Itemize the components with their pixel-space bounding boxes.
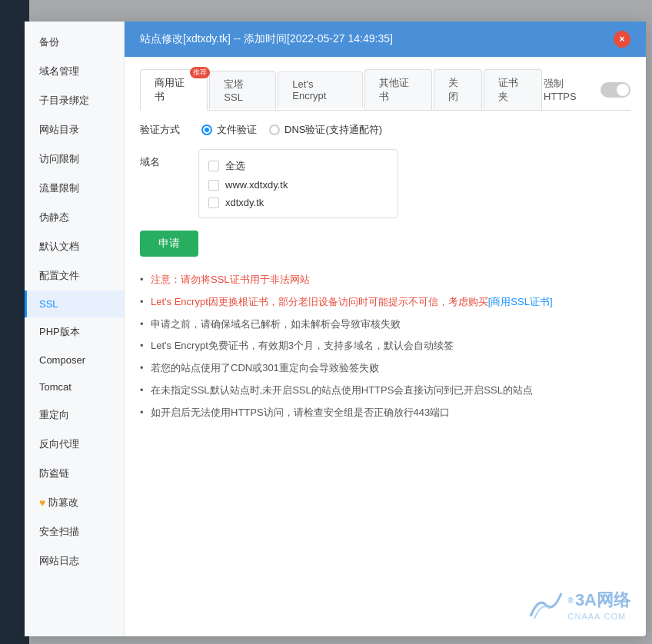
note-3-text: 申请之前，请确保域名已解析，如未解析会导致审核失败 xyxy=(151,318,401,330)
note-7-text: 如开启后无法使用HTTPS访问，请检查安全组是否正确放行443端口 xyxy=(151,407,450,418)
watermark: ® 3A网络 CNAAA.COM xyxy=(527,589,631,621)
note-2-link[interactable]: [商用SSL证书] xyxy=(488,296,553,307)
submit-button[interactable]: 申请 xyxy=(140,231,198,257)
radio-file-label: 文件验证 xyxy=(217,123,257,137)
checkbox-root-label: xdtxdy.tk xyxy=(225,197,264,208)
tab-badge-commercial: 推荐 xyxy=(190,67,210,78)
watermark-registered: ® xyxy=(568,596,574,605)
sidebar: 备份 域名管理 子目录绑定 网站目录 访问限制 流量限制 伪静态 默认文档 配置… xyxy=(25,22,125,636)
sidebar-item-traffic-limit[interactable]: 流量限制 xyxy=(25,174,124,203)
content-area: 商用证书 推荐 宝塔SSL Let's Encrypt 其他证书 关闭 证书夹 xyxy=(125,57,646,636)
tab-letsencrypt[interactable]: Let's Encrypt xyxy=(278,71,362,108)
domain-label: 域名 xyxy=(140,149,186,169)
modal-header: 站点修改[xdtxdy.tk] -- 添加时间[2022-05-27 14:49… xyxy=(125,22,646,57)
main-content: 站点修改[xdtxdy.tk] -- 添加时间[2022-05-27 14:49… xyxy=(125,22,646,636)
note-6: 在未指定SSL默认站点时,未开启SSL的站点使用HTTPS会直接访问到已开启SS… xyxy=(140,383,630,399)
sidebar-item-php-version[interactable]: PHP版本 xyxy=(25,317,124,347)
sidebar-item-website-log[interactable]: 网站日志 xyxy=(25,546,124,576)
force-https-section: 强制HTTPS xyxy=(544,77,630,102)
sidebar-item-redirect[interactable]: 重定向 xyxy=(25,400,124,430)
checkbox-selectall-label: 全选 xyxy=(225,159,245,173)
radio-file-verify[interactable]: 文件验证 xyxy=(201,123,257,137)
sidebar-item-security-scan[interactable]: 安全扫描 xyxy=(25,517,124,546)
sidebar-item-backup[interactable]: 备份 xyxy=(25,28,124,57)
note-3: 申请之前，请确保域名已解析，如未解析会导致审核失败 xyxy=(140,317,630,333)
note-7: 如开启后无法使用HTTPS访问，请检查安全组是否正确放行443端口 xyxy=(140,405,630,421)
sidebar-item-tomcat[interactable]: Tomcat xyxy=(25,373,124,400)
radio-group: 文件验证 DNS验证(支持通配符) xyxy=(201,123,382,137)
verify-row: 验证方式 文件验证 DNS验证(支持通配符) xyxy=(140,123,630,137)
sidebar-item-subdir[interactable]: 子目录绑定 xyxy=(25,86,124,115)
radio-dns-icon xyxy=(269,124,280,135)
checkbox-www-label: www.xdtxdy.tk xyxy=(225,179,288,191)
checkbox-root-box xyxy=(208,198,219,208)
radio-file-icon xyxy=(201,124,212,135)
sidebar-item-access-limit[interactable]: 访问限制 xyxy=(25,144,124,174)
sidebar-item-default-doc[interactable]: 默认文档 xyxy=(25,232,124,261)
sidebar-item-config-file[interactable]: 配置文件 xyxy=(25,261,124,290)
force-https-toggle[interactable] xyxy=(600,82,630,98)
watermark-text: 3A网络 xyxy=(575,589,630,612)
modal-container: 备份 域名管理 子目录绑定 网站目录 访问限制 流量限制 伪静态 默认文档 配置… xyxy=(25,22,646,636)
sidebar-item-reverse-proxy[interactable]: 反向代理 xyxy=(25,430,124,459)
sidebar-item-anti-tamper-label: 防篡改 xyxy=(48,496,78,510)
modal-title: 站点修改[xdtxdy.tk] -- 添加时间[2022-05-27 14:49… xyxy=(140,32,393,46)
radio-dns-verify[interactable]: DNS验证(支持通配符) xyxy=(269,123,382,137)
force-https-label: 强制HTTPS xyxy=(544,77,594,102)
sidebar-item-domain-mgmt[interactable]: 域名管理 xyxy=(25,57,124,86)
checkbox-selectall-box xyxy=(208,161,219,171)
sidebar-item-hotlink[interactable]: 防盗链 xyxy=(25,459,124,488)
watermark-logo xyxy=(527,589,565,620)
domain-row: 域名 全选 www.xdtxdy.tk xdtxdy.tk xyxy=(140,149,630,218)
note-1: 注意：请勿将SSL证书用于非法网站 xyxy=(140,272,630,288)
note-5-text: 若您的站点使用了CDN或301重定向会导致验签失败 xyxy=(151,362,379,373)
verify-label: 验证方式 xyxy=(140,123,186,137)
tab-close[interactable]: 关闭 xyxy=(434,69,482,110)
note-6-text: 在未指定SSL默认站点时,未开启SSL的站点使用HTTPS会直接访问到已开启SS… xyxy=(151,384,533,396)
tab-other[interactable]: 其他证书 xyxy=(364,69,432,110)
checkbox-www-box xyxy=(208,180,219,191)
checkbox-selectall[interactable]: 全选 xyxy=(208,156,388,176)
watermark-sub: CNAAA.COM xyxy=(568,612,631,621)
sidebar-item-composer[interactable]: Composer xyxy=(25,347,124,373)
checkbox-root[interactable]: xdtxdy.tk xyxy=(208,194,388,211)
note-4-text: Let's Encrypt免费证书，有效期3个月，支持多域名，默认会自动续签 xyxy=(151,340,454,351)
notes-section: 注意：请勿将SSL证书用于非法网站 Let's Encrypt因更换根证书，部分… xyxy=(140,272,630,421)
domain-box: 全选 www.xdtxdy.tk xdtxdy.tk xyxy=(198,149,398,218)
sidebar-item-ssl[interactable]: SSL xyxy=(25,290,124,317)
checkbox-www[interactable]: www.xdtxdy.tk xyxy=(208,176,388,194)
tab-baota[interactable]: 宝塔SSL xyxy=(209,71,276,109)
note-5: 若您的站点使用了CDN或301重定向会导致验签失败 xyxy=(140,360,630,377)
tab-certfolder[interactable]: 证书夹 xyxy=(484,69,542,110)
sidebar-item-anti-tamper[interactable]: ♥ 防篡改 xyxy=(25,488,124,517)
sidebar-item-website-dir[interactable]: 网站目录 xyxy=(25,115,124,144)
note-2: Let's Encrypt因更换根证书，部分老旧设备访问时可能提示不可信，考虑购… xyxy=(140,294,630,310)
heart-icon: ♥ xyxy=(39,496,45,509)
sidebar-item-pseudo-static[interactable]: 伪静态 xyxy=(25,203,124,232)
tab-commercial[interactable]: 商用证书 推荐 xyxy=(140,69,208,111)
radio-dns-label: DNS验证(支持通配符) xyxy=(284,123,382,137)
note-1-text: 注意：请勿将SSL证书用于非法网站 xyxy=(151,274,310,285)
note-4: Let's Encrypt免费证书，有效期3个月，支持多域名，默认会自动续签 xyxy=(140,338,630,354)
note-2-prefix: Let's Encrypt因更换根证书，部分老旧设备访问时可能提示不可信，考虑购… xyxy=(151,296,488,307)
tabs-row: 商用证书 推荐 宝塔SSL Let's Encrypt 其他证书 关闭 证书夹 xyxy=(140,69,630,111)
close-button[interactable]: × xyxy=(614,31,630,48)
